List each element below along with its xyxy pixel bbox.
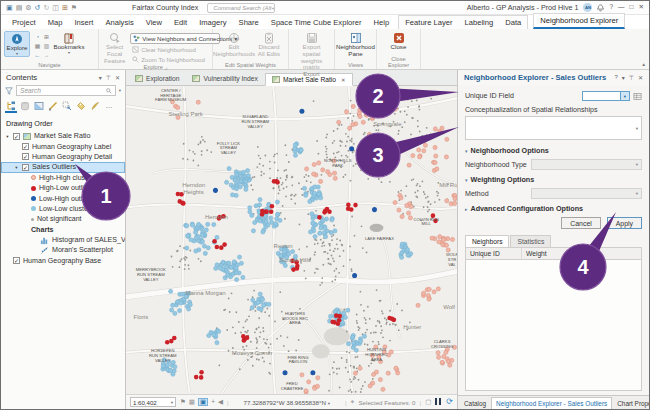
pane-tab-catalog[interactable]: Catalog bbox=[460, 398, 490, 409]
map-canvas-container[interactable]: CENTER /HERITAGEFARM MUSEUMSUGARLANDRUN … bbox=[126, 86, 457, 394]
map-canvas[interactable]: CENTER /HERITAGEFARM MUSEUMSUGARLANDRUN … bbox=[126, 86, 457, 394]
grid-icon[interactable]: ▦ bbox=[189, 399, 195, 406]
chart-histogram-of-sales-value[interactable]: Histogram of SALES_VALUE bbox=[1, 235, 125, 245]
zoom-grid2-icon[interactable]: ▥ bbox=[42, 42, 51, 51]
overview-icon[interactable]: ▢ bbox=[425, 399, 431, 406]
maximize-button[interactable]: □ bbox=[630, 4, 634, 11]
layer-checkbox[interactable]: ✓ bbox=[22, 143, 29, 150]
snapping-toggle-icon[interactable]: ▣ bbox=[198, 398, 208, 407]
cancel-button[interactable]: Cancel bbox=[561, 217, 600, 229]
pane-menu-icon[interactable]: ▾ bbox=[622, 74, 625, 81]
pane-tab-neighborhood-explorer-sales-outliers[interactable]: Neighborhood Explorer - Sales Outliers bbox=[491, 397, 612, 409]
pin-icon[interactable]: ⚑ bbox=[71, 4, 77, 11]
view-neighbors-button[interactable]: View Neighbors and Connections ▾ bbox=[130, 33, 220, 44]
layer-sales-outliers[interactable]: ▾✓Sales Outliers bbox=[1, 162, 125, 172]
more-options-icon[interactable]: … bbox=[103, 100, 115, 113]
help-icon[interactable]: ? bbox=[609, 4, 613, 11]
add-overlay-icon[interactable]: + bbox=[211, 399, 215, 406]
tab-view[interactable]: View bbox=[140, 16, 168, 29]
select-focal-feature-button[interactable]: Select Focal Feature bbox=[102, 31, 127, 64]
snap-flag-icon[interactable]: ⚑ bbox=[180, 399, 186, 406]
column-unique-id[interactable]: Unique ID bbox=[466, 248, 522, 259]
list-by-selection-icon[interactable] bbox=[33, 100, 45, 113]
neighborhood-options-section[interactable]: ▾ Neighborhood Options bbox=[465, 146, 642, 155]
previous-extent-icon[interactable]: ← bbox=[33, 51, 42, 60]
legend-low-high-outlier[interactable]: Low-High outlier bbox=[1, 193, 125, 203]
legend-low-low-cluster[interactable]: Low-Low cluster bbox=[1, 204, 125, 214]
close-explorer-button[interactable]: Close bbox=[386, 31, 412, 51]
explore-button[interactable]: Explore ▾ bbox=[4, 31, 30, 57]
list-by-data-source-icon[interactable] bbox=[19, 100, 31, 113]
layer-checkbox[interactable]: ✓ bbox=[13, 133, 20, 140]
pane-help-icon[interactable]: ? bbox=[614, 74, 617, 81]
edit-neighborhoods-button[interactable]: Edit Neighborhoods bbox=[217, 31, 251, 58]
tab-help[interactable]: Help bbox=[368, 16, 396, 29]
export-spatial-weights-button[interactable]: Export spatial weights matrix bbox=[292, 31, 331, 71]
layer-checkbox[interactable]: ✓ bbox=[22, 164, 29, 171]
zoom-grid-icon[interactable]: ▦ bbox=[33, 42, 42, 51]
close-view-icon[interactable]: ✕ bbox=[341, 77, 346, 83]
layer-human-geography-base[interactable]: ✓Human Geography Base bbox=[1, 256, 125, 266]
dialog-launcher-icon[interactable]: ⌟ bbox=[165, 64, 168, 70]
layer-checkbox[interactable]: ✓ bbox=[13, 257, 20, 264]
zoom-to-neighborhood-button[interactable]: Zoom To Neighborhood bbox=[130, 55, 220, 64]
full-extent-icon[interactable]: ◔ bbox=[33, 33, 42, 42]
selected-features-count[interactable]: Selected Features: 0 bbox=[358, 399, 415, 406]
tab-insert[interactable]: Insert bbox=[68, 16, 99, 29]
conceptualization-dropdown[interactable]: ▾ bbox=[465, 116, 642, 140]
scale-selector[interactable]: 1:60,402 ▾ bbox=[130, 397, 176, 407]
layer-charts[interactable]: Charts bbox=[1, 225, 125, 235]
gear-icon[interactable]: ⚙ bbox=[25, 4, 31, 11]
add-map-icon[interactable]: ⊞ bbox=[62, 4, 68, 11]
legend-high-high-cluster[interactable]: High-High cluster bbox=[1, 173, 125, 183]
notifications-icon[interactable] bbox=[597, 4, 604, 12]
legend-not-significant[interactable]: Not significant bbox=[1, 214, 125, 224]
next-extent-icon[interactable]: → bbox=[42, 51, 51, 60]
neighborhood-type-dropdown[interactable]: ▾ bbox=[531, 159, 642, 170]
list-by-editing-icon[interactable] bbox=[47, 100, 59, 113]
expander-icon[interactable]: ▾ bbox=[14, 165, 19, 170]
layout-icon[interactable]: ◫ bbox=[52, 4, 59, 11]
signed-in-user[interactable]: Alberto - GP Analysis - Prod Hive 1 bbox=[467, 3, 579, 12]
search-options-icon[interactable]: ▾ bbox=[119, 88, 121, 93]
minimize-button[interactable]: — bbox=[618, 4, 625, 11]
view-tab-vulnerability-index[interactable]: Vulnerability Index bbox=[186, 72, 263, 85]
bookmarks-button[interactable]: Bookmarks ▾ bbox=[54, 31, 84, 55]
column-weight[interactable]: Weight bbox=[522, 248, 551, 259]
layer-checkbox[interactable]: ✓ bbox=[22, 153, 29, 160]
open-project-icon[interactable]: ▤ bbox=[16, 4, 23, 11]
expander-icon[interactable]: ▾ bbox=[5, 134, 10, 139]
tab-neighborhood-explorer[interactable]: Neighborhood Explorer bbox=[534, 14, 624, 27]
pane-close-icon[interactable]: ✕ bbox=[638, 74, 643, 81]
results-tab-neighbors[interactable]: Neighbors bbox=[465, 235, 509, 247]
command-search-input[interactable]: Command Search (Alt+Q) bbox=[207, 3, 275, 13]
method-dropdown[interactable]: ▾ bbox=[531, 188, 642, 199]
view-tab-exploration[interactable]: Exploration bbox=[129, 72, 185, 85]
list-by-snapping-icon[interactable] bbox=[61, 100, 73, 113]
refresh-icon[interactable]: ⟳ bbox=[446, 398, 453, 406]
tab-labeling[interactable]: Labeling bbox=[458, 16, 499, 29]
legend-high-low-outlier[interactable]: High-Low outlier bbox=[1, 183, 125, 193]
pane-tab-chart-properties[interactable]: Chart Properties bbox=[613, 398, 650, 409]
layer-human-geography-detail[interactable]: ✓Human Geography Detail bbox=[1, 152, 125, 162]
list-by-charts-icon[interactable] bbox=[89, 100, 101, 113]
undo-icon[interactable]: ↺ bbox=[35, 4, 41, 11]
chart-moran-s-scatterplot[interactable]: Moran's Scatterplot bbox=[1, 245, 125, 255]
pane-pin-icon[interactable]: ⊤ bbox=[629, 74, 634, 81]
clear-neighborhood-button[interactable]: Clear Neighborhood bbox=[130, 45, 220, 54]
layer-human-geography-label[interactable]: ✓Human Geography Label bbox=[1, 141, 125, 151]
collapse-ribbon-button[interactable]: ▴ bbox=[642, 61, 645, 67]
layer-market-sale-ratio[interactable]: ▾✓Market Sale Ratio bbox=[1, 131, 125, 141]
tab-map[interactable]: Map bbox=[42, 16, 69, 29]
advanced-options-section[interactable]: ▸ Advanced Configuration Options bbox=[465, 204, 642, 213]
tab-imagery[interactable]: Imagery bbox=[193, 16, 232, 29]
fixed-zoom-in-icon[interactable]: ⊞ bbox=[42, 33, 51, 42]
announce-icon[interactable]: ◀ bbox=[218, 399, 223, 406]
filter-icon[interactable] bbox=[5, 87, 13, 95]
close-window-button[interactable]: ✕ bbox=[639, 4, 644, 11]
results-table-body[interactable] bbox=[465, 260, 642, 391]
tab-project[interactable]: Project bbox=[6, 16, 42, 29]
coordinates-display[interactable]: 77.3288792°W 38.9655838°N ▾ bbox=[244, 399, 330, 406]
pane-menu-icon[interactable]: ▾ bbox=[99, 74, 102, 81]
save-icon[interactable]: ▣ bbox=[6, 4, 13, 11]
